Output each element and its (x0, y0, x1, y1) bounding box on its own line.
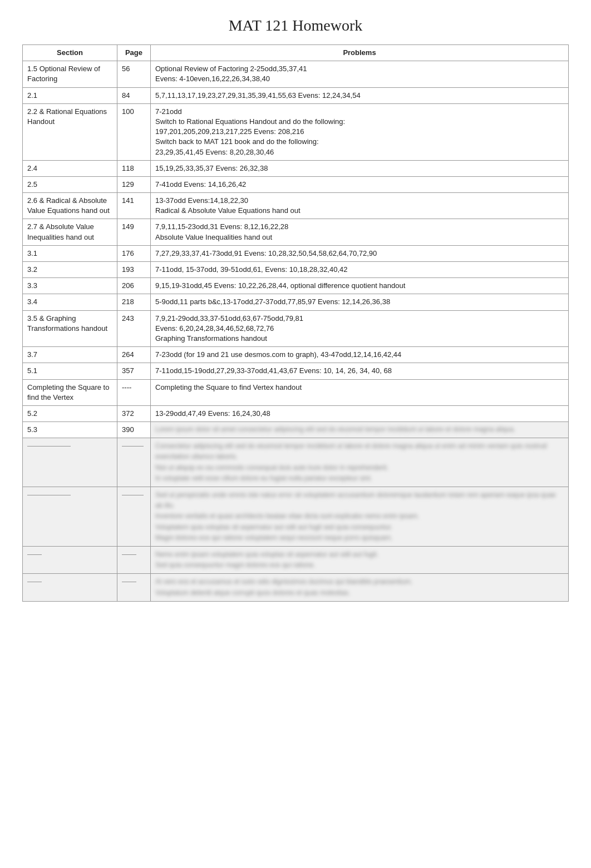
section-cell: —————— (23, 487, 117, 547)
problems-cell: 7-21oddSwitch to Rational Equations Hand… (151, 103, 569, 160)
section-cell: 3.4 (23, 294, 117, 310)
table-row: 5.3390Lorem ipsum dolor sit amet consect… (23, 422, 569, 438)
section-cell: 3.7 (23, 347, 117, 363)
table-row: —————————Consectetur adipiscing elit sed… (23, 438, 569, 487)
page-title: MAT 121 Homework (22, 17, 569, 34)
page-cell: 218 (117, 294, 151, 310)
page-cell: ——— (117, 438, 151, 487)
page-cell: 206 (117, 278, 151, 294)
problems-cell: At vero eos et accusamus et iusto odio d… (151, 574, 569, 601)
page-cell: 141 (117, 193, 151, 219)
section-cell: —— (23, 574, 117, 601)
page-cell: 100 (117, 103, 151, 160)
problems-cell: Nemo enim ipsam voluptatem quia voluptas… (151, 546, 569, 573)
table-row: 3.11767,27,29,33,37,41-73odd,91 Evens: 1… (23, 245, 569, 261)
problems-cell: 7-11odd, 15-37odd, 39-51odd,61, Evens: 1… (151, 262, 569, 278)
problems-cell: 5,7,11,13,17,19,23,27,29,31,35,39,41,55,… (151, 87, 569, 103)
page-cell: 264 (117, 347, 151, 363)
section-cell: Completing the Square to find the Vertex (23, 379, 117, 405)
problems-cell: 13-29odd,47,49 Evens: 16,24,30,48 (151, 405, 569, 421)
problems-cell: Lorem ipsum dolor sit amet consectetur a… (151, 422, 569, 438)
table-row: 2.51297-41odd Evens: 14,16,26,42 (23, 176, 569, 192)
table-row: 2.7 & Absolute Value Inequalities hand o… (23, 219, 569, 245)
table-row: 2.6 & Radical & Absolute Value Equations… (23, 193, 569, 219)
table-row: 3.5 & Graphing Transformations handout24… (23, 310, 569, 347)
section-cell: 1.5 Optional Review of Factoring (23, 61, 117, 87)
table-row: —————————Sed ut perspiciatis unde omnis … (23, 487, 569, 547)
problems-cell: 5-9odd,11 parts b&c,13-17odd,27-37odd,77… (151, 294, 569, 310)
page-cell: 176 (117, 245, 151, 261)
page-cell: 84 (117, 87, 151, 103)
section-cell: 2.5 (23, 176, 117, 192)
table-row: 3.72647-23odd (for 19 and 21 use desmos.… (23, 347, 569, 363)
problems-cell: 13-37odd Evens:14,18,22,30Radical & Abso… (151, 193, 569, 219)
section-cell: 3.5 & Graphing Transformations handout (23, 310, 117, 347)
col-header-section: Section (23, 45, 117, 61)
page-cell: 118 (117, 160, 151, 176)
section-cell: —————— (23, 438, 117, 487)
page-cell: ---- (117, 379, 151, 405)
section-cell: 5.3 (23, 422, 117, 438)
problems-cell: Consectetur adipiscing elit sed do eiusm… (151, 438, 569, 487)
problems-cell: 15,19,25,33,35,37 Evens: 26,32,38 (151, 160, 569, 176)
section-cell: 2.1 (23, 87, 117, 103)
table-row: ————Nemo enim ipsam voluptatem quia volu… (23, 546, 569, 573)
table-row: 3.21937-11odd, 15-37odd, 39-51odd,61, Ev… (23, 262, 569, 278)
table-row: 2.411815,19,25,33,35,37 Evens: 26,32,38 (23, 160, 569, 176)
table-row: 3.42185-9odd,11 parts b&c,13-17odd,27-37… (23, 294, 569, 310)
col-header-page: Page (117, 45, 151, 61)
problems-cell: 7,9,11,15-23odd,31 Evens: 8,12,16,22,28A… (151, 219, 569, 245)
page-cell: 193 (117, 262, 151, 278)
problems-cell: Completing the Square to find Vertex han… (151, 379, 569, 405)
section-cell: 2.6 & Radical & Absolute Value Equations… (23, 193, 117, 219)
page-cell: 149 (117, 219, 151, 245)
section-cell: 2.2 & Rational Equations Handout (23, 103, 117, 160)
page-cell: 372 (117, 405, 151, 421)
problems-cell: 7,9,21-29odd,33,37-51odd,63,67-75odd,79,… (151, 310, 569, 347)
page-cell: —— (117, 546, 151, 573)
section-cell: 5.2 (23, 405, 117, 421)
page-cell: 390 (117, 422, 151, 438)
section-cell: 3.2 (23, 262, 117, 278)
problems-cell: Sed ut perspiciatis unde omnis iste natu… (151, 487, 569, 547)
problems-cell: 7,27,29,33,37,41-73odd,91 Evens: 10,28,3… (151, 245, 569, 261)
section-cell: —— (23, 546, 117, 573)
table-row: 5.237213-29odd,47,49 Evens: 16,24,30,48 (23, 405, 569, 421)
problems-cell: Optional Review of Factoring 2-25odd,35,… (151, 61, 569, 87)
page-cell: —— (117, 574, 151, 601)
page-cell: 357 (117, 363, 151, 379)
section-cell: 2.4 (23, 160, 117, 176)
table-row: 3.32069,15,19-31odd,45 Evens: 10,22,26,2… (23, 278, 569, 294)
page-cell: 56 (117, 61, 151, 87)
problems-cell: 7-23odd (for 19 and 21 use desmos.com to… (151, 347, 569, 363)
page-cell: 243 (117, 310, 151, 347)
table-row: 1.5 Optional Review of Factoring56Option… (23, 61, 569, 87)
table-row: 2.1845,7,11,13,17,19,23,27,29,31,35,39,4… (23, 87, 569, 103)
table-row: Completing the Square to find the Vertex… (23, 379, 569, 405)
problems-cell: 7-11odd,15-19odd,27,29,33-37odd,41,43,67… (151, 363, 569, 379)
page-cell: ——— (117, 487, 151, 547)
section-cell: 5.1 (23, 363, 117, 379)
table-row: 5.13577-11odd,15-19odd,27,29,33-37odd,41… (23, 363, 569, 379)
homework-table: Section Page Problems 1.5 Optional Revie… (22, 44, 569, 602)
page-cell: 129 (117, 176, 151, 192)
section-cell: 3.3 (23, 278, 117, 294)
problems-cell: 7-41odd Evens: 14,16,26,42 (151, 176, 569, 192)
col-header-problems: Problems (151, 45, 569, 61)
table-row: ————At vero eos et accusamus et iusto od… (23, 574, 569, 601)
table-row: 2.2 & Rational Equations Handout1007-21o… (23, 103, 569, 160)
problems-cell: 9,15,19-31odd,45 Evens: 10,22,26,28,44, … (151, 278, 569, 294)
section-cell: 2.7 & Absolute Value Inequalities hand o… (23, 219, 117, 245)
section-cell: 3.1 (23, 245, 117, 261)
